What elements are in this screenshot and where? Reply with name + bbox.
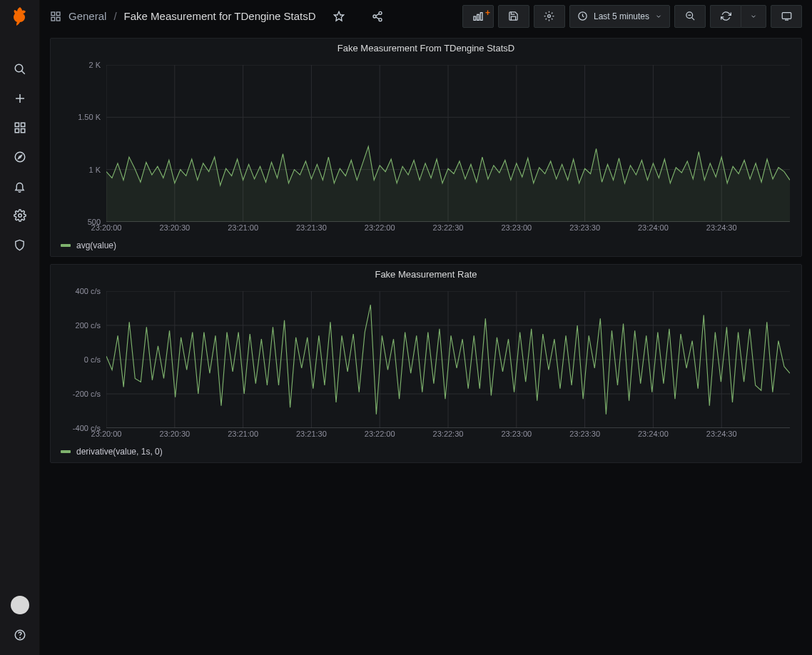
svg-marker-17 <box>334 11 343 21</box>
page-title[interactable]: Fake Measurement for TDengine StatsD <box>124 10 316 22</box>
search-icon[interactable] <box>8 57 32 81</box>
svg-marker-9 <box>18 156 21 159</box>
svg-rect-14 <box>56 12 60 16</box>
svg-rect-24 <box>477 14 479 20</box>
svg-point-0 <box>15 64 23 72</box>
chevron-down-icon <box>655 13 662 20</box>
legend-label: derivative(value, 1s, 0) <box>76 447 163 457</box>
svg-point-10 <box>18 214 21 218</box>
grafana-icon <box>11 7 29 26</box>
avatar[interactable] <box>11 596 29 614</box>
star-button[interactable] <box>323 5 355 28</box>
chevron-down-icon <box>750 13 757 20</box>
zoom-out-button[interactable] <box>674 5 706 28</box>
svg-line-1 <box>21 71 25 74</box>
svg-point-18 <box>379 11 382 14</box>
tv-mode-button[interactable] <box>771 5 802 28</box>
time-range-picker[interactable]: Last 5 minutes <box>569 5 670 28</box>
svg-rect-16 <box>56 17 60 21</box>
legend-swatch <box>61 450 71 453</box>
dashboards-icon[interactable] <box>50 11 61 22</box>
panel-rate[interactable]: Fake Measurement Rate -400 c/s-200 c/s0 … <box>50 264 802 463</box>
svg-point-19 <box>373 15 376 18</box>
refresh-interval-button[interactable] <box>741 5 766 28</box>
y-axis-labels: -400 c/s-200 c/s0 c/s200 c/s400 c/s <box>58 284 103 428</box>
panel-title: Fake Measurement Rate <box>51 265 801 284</box>
refresh-button[interactable] <box>710 5 741 28</box>
time-range-label: Last 5 minutes <box>594 11 649 21</box>
svg-line-21 <box>375 14 379 16</box>
chart-plot[interactable] <box>106 65 790 222</box>
chart-legend[interactable]: derivative(value, 1s, 0) <box>51 447 801 462</box>
svg-rect-6 <box>15 129 19 133</box>
svg-line-29 <box>691 17 694 20</box>
chart-legend[interactable]: avg(value) <box>51 240 801 256</box>
svg-rect-5 <box>21 123 24 126</box>
svg-rect-15 <box>51 17 55 21</box>
help-icon[interactable] <box>8 623 32 647</box>
x-axis-labels: 23:20:0023:20:3023:21:0023:21:3023:22:00… <box>106 223 790 236</box>
share-button[interactable] <box>362 5 393 28</box>
plus-icon[interactable] <box>8 86 32 111</box>
legend-swatch <box>61 244 71 247</box>
x-axis-labels: 23:20:0023:20:3023:21:0023:21:3023:22:00… <box>106 430 790 442</box>
config-icon[interactable] <box>8 203 32 228</box>
sidebar <box>0 0 40 655</box>
chart-plot[interactable] <box>106 291 790 428</box>
explore-icon[interactable] <box>8 145 32 169</box>
panel-title: Fake Measurement From TDengine StatsD <box>51 39 801 58</box>
settings-button[interactable] <box>534 5 565 28</box>
breadcrumb-folder[interactable]: General <box>68 10 106 22</box>
legend-label: avg(value) <box>76 240 116 250</box>
svg-point-8 <box>15 152 25 162</box>
dashboards-icon[interactable] <box>8 116 32 140</box>
svg-point-20 <box>379 18 382 21</box>
topbar: General / Fake Measurement for TDengine … <box>40 0 812 32</box>
svg-rect-13 <box>51 12 55 16</box>
svg-rect-25 <box>480 12 482 20</box>
save-button[interactable] <box>498 5 529 28</box>
svg-point-12 <box>19 637 20 638</box>
svg-rect-23 <box>474 16 476 20</box>
breadcrumb-sep: / <box>113 10 116 22</box>
add-panel-button[interactable]: + <box>462 5 494 28</box>
svg-line-22 <box>375 17 379 19</box>
svg-rect-31 <box>782 13 791 19</box>
svg-rect-7 <box>21 129 24 133</box>
grafana-logo[interactable] <box>8 4 32 29</box>
plus-badge: + <box>485 8 490 18</box>
panel-measurement[interactable]: Fake Measurement From TDengine StatsD 50… <box>50 38 802 257</box>
breadcrumb: General / Fake Measurement for TDengine … <box>50 5 455 28</box>
y-axis-labels: 5001 K1.50 K2 K <box>58 58 103 222</box>
shield-icon[interactable] <box>8 233 32 257</box>
alerting-icon[interactable] <box>8 174 32 198</box>
svg-point-26 <box>548 15 551 18</box>
svg-rect-4 <box>15 123 19 126</box>
